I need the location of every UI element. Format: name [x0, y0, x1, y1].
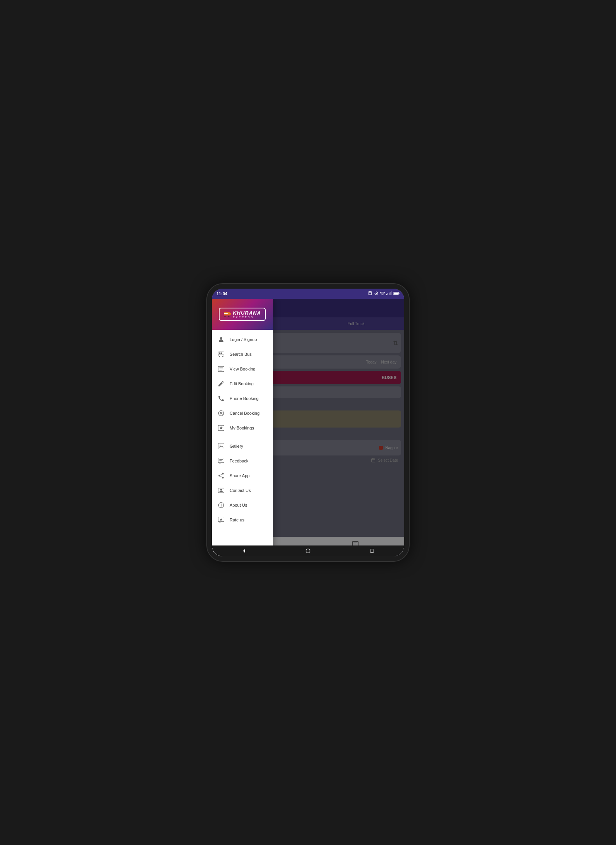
- menu-item-share-app[interactable]: Share App: [212, 468, 273, 483]
- menu-label-search-bus: Search Bus: [230, 352, 252, 357]
- svg-point-33: [220, 337, 222, 339]
- svg-rect-28: [224, 313, 226, 314]
- svg-point-31: [228, 316, 230, 317]
- svg-rect-35: [219, 353, 220, 355]
- menu-label-my-bookings: My Bookings: [230, 426, 254, 430]
- gallery-icon: [217, 442, 225, 450]
- menu-item-edit-booking[interactable]: Edit Booking: [212, 376, 273, 391]
- menu-item-phone-booking[interactable]: Phone Booking: [212, 391, 273, 406]
- drawer-overlay[interactable]: [273, 299, 404, 556]
- menu-item-login[interactable]: Login / Signup: [212, 332, 273, 347]
- info-icon: [217, 501, 225, 509]
- svg-line-58: [220, 474, 222, 475]
- share-icon: [217, 472, 225, 480]
- svg-marker-65: [220, 518, 223, 521]
- brand-sub: EXPRESS: [233, 316, 254, 319]
- menu-label-phone-booking: Phone Booking: [230, 396, 259, 401]
- back-button[interactable]: [240, 547, 248, 555]
- menu-label-rate-us: Rate us: [230, 518, 244, 522]
- svg-marker-66: [243, 549, 245, 552]
- recent-button[interactable]: [368, 547, 376, 555]
- status-icons: [368, 291, 400, 296]
- device-screen: 11:04: [212, 289, 404, 556]
- svg-point-4: [382, 294, 383, 295]
- brand-text: KHURANA EXPRESS: [233, 310, 261, 319]
- menu-label-edit-booking: Edit Booking: [230, 381, 254, 386]
- person-icon: [217, 336, 225, 343]
- menu-item-search-bus[interactable]: Search Bus: [212, 347, 273, 362]
- contact-icon: [217, 487, 225, 494]
- svg-rect-51: [218, 458, 224, 463]
- svg-point-30: [225, 316, 226, 317]
- menu-label-gallery: Gallery: [230, 444, 243, 448]
- svg-line-57: [220, 476, 222, 477]
- svg-point-39: [222, 356, 223, 357]
- svg-point-50: [220, 445, 220, 445]
- svg-rect-12: [394, 293, 398, 294]
- svg-point-67: [306, 549, 310, 553]
- svg-rect-68: [370, 549, 374, 553]
- svg-point-3: [376, 293, 377, 294]
- edit-icon: [217, 380, 225, 388]
- device-nav-bar: [212, 545, 404, 556]
- svg-point-54: [222, 473, 224, 475]
- svg-rect-49: [218, 443, 224, 449]
- feedback-icon: [217, 457, 225, 465]
- svg-rect-8: [390, 292, 391, 295]
- brand-name: KHURANA: [233, 310, 261, 316]
- svg-point-56: [222, 477, 224, 479]
- menu-label-login: Login / Signup: [230, 337, 257, 342]
- home-button[interactable]: [304, 547, 312, 555]
- svg-rect-32: [230, 313, 231, 315]
- menu-item-view-booking[interactable]: View Booking: [212, 362, 273, 376]
- signal-icon: [386, 291, 392, 296]
- phone-icon: [217, 395, 225, 402]
- status-time: 11:04: [216, 291, 227, 296]
- svg-point-63: [221, 504, 221, 504]
- svg-rect-5: [386, 294, 387, 295]
- cancel-icon: [217, 409, 225, 417]
- data-icon: [374, 291, 379, 296]
- navigation-drawer: KHURANA EXPRESS Login / Signup: [212, 299, 273, 556]
- svg-rect-36: [221, 353, 222, 355]
- menu-label-about-us: About Us: [230, 503, 247, 507]
- menu-item-cancel-booking[interactable]: Cancel Booking: [212, 406, 273, 421]
- svg-rect-11: [399, 293, 400, 294]
- menu-item-contact-us[interactable]: Contact Us: [212, 483, 273, 498]
- device-frame: 11:04: [207, 284, 409, 561]
- svg-point-38: [219, 356, 220, 357]
- svg-rect-9: [391, 291, 392, 295]
- menu-label-contact-us: Contact Us: [230, 488, 251, 493]
- menu-label-share-app: Share App: [230, 473, 249, 478]
- svg-point-60: [220, 489, 222, 491]
- svg-point-55: [218, 475, 220, 477]
- menu-label-cancel-booking: Cancel Booking: [230, 411, 260, 416]
- bus-icon: [217, 350, 225, 358]
- svg-rect-1: [369, 293, 371, 294]
- svg-marker-48: [220, 426, 223, 429]
- menu-item-gallery[interactable]: Gallery: [212, 439, 273, 454]
- wifi-icon: [380, 291, 385, 296]
- menu-item-about-us[interactable]: About Us: [212, 498, 273, 513]
- svg-rect-7: [389, 293, 389, 295]
- drawer-menu: Login / Signup Search Bus: [212, 330, 273, 556]
- battery-icon: [393, 291, 400, 296]
- menu-label-feedback: Feedback: [230, 459, 248, 463]
- menu-item-rate-us[interactable]: Rate us: [212, 513, 273, 527]
- main-content: SS Status Full Truck ⇅ Today: [212, 299, 404, 556]
- rate-icon: [217, 516, 225, 524]
- list-icon: [217, 365, 225, 373]
- menu-divider: [217, 437, 267, 437]
- svg-rect-6: [388, 293, 388, 295]
- menu-item-my-bookings[interactable]: My Bookings: [212, 421, 273, 435]
- menu-label-view-booking: View Booking: [230, 367, 255, 371]
- svg-rect-29: [226, 313, 228, 314]
- status-bar: 11:04: [212, 289, 404, 299]
- sim-icon: [368, 291, 372, 296]
- brand-bus-icon: [223, 312, 231, 317]
- star-bookings-icon: [217, 424, 225, 432]
- drawer-header: KHURANA EXPRESS: [212, 299, 273, 330]
- brand-logo: KHURANA EXPRESS: [219, 308, 266, 321]
- menu-item-feedback[interactable]: Feedback: [212, 454, 273, 468]
